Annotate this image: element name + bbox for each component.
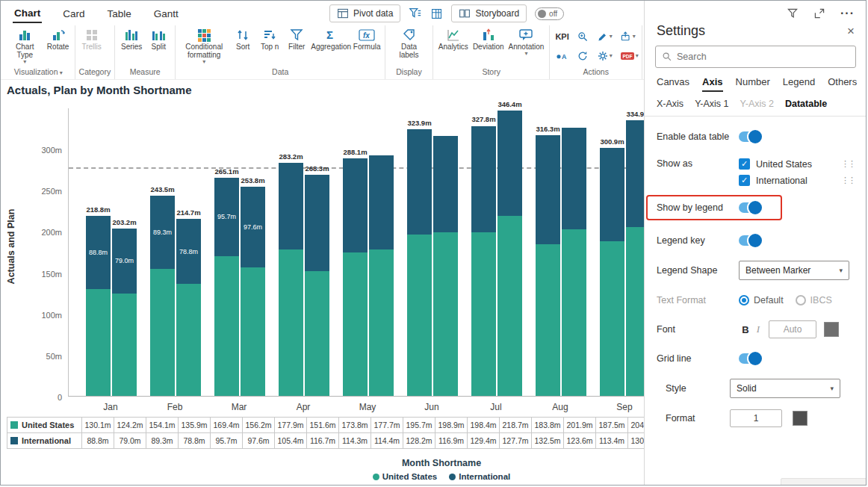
bar-aug-actuals-united-states[interactable] [536, 244, 560, 396]
checkbox-united-states[interactable] [739, 158, 750, 170]
subtab-x-axis[interactable]: X-Axis [657, 99, 683, 109]
bar-jul-actuals-international[interactable] [471, 126, 496, 233]
bold-button[interactable]: B [739, 324, 752, 335]
bar-sep-actuals-international[interactable] [600, 148, 624, 241]
text-format-default-radio[interactable] [739, 295, 749, 305]
checkbox-international[interactable] [739, 175, 750, 186]
bar-jun-actuals-united-states[interactable] [407, 235, 432, 396]
bar-mar-actuals-united-states[interactable] [214, 256, 239, 396]
subtab-datatable[interactable]: Datatable [785, 99, 827, 109]
legend-item-united-states[interactable]: United States [373, 472, 438, 481]
bar-jun-plan-international[interactable] [433, 136, 458, 232]
style-dropdown[interactable]: Solid ▾ [730, 379, 840, 398]
bar-jun-actuals-international[interactable] [407, 129, 432, 235]
bar-feb-actuals-united-states[interactable] [150, 269, 175, 396]
bar-sep-plan-united-states[interactable] [626, 227, 644, 396]
bar-feb-plan-united-states[interactable] [176, 284, 201, 396]
bar-apr-plan-united-states[interactable] [305, 271, 329, 396]
font-size-input[interactable]: Auto [769, 320, 816, 338]
bar-aug-actuals-international[interactable] [536, 135, 560, 244]
font-color-swatch[interactable] [824, 322, 839, 337]
bar-jun-plan-united-states[interactable] [433, 232, 458, 396]
storyboard-button[interactable]: Storyboard [451, 4, 527, 22]
ribbon-item-data-labels[interactable]: Data labels [389, 26, 429, 60]
ribbon-item-kpi[interactable]: KPI [554, 31, 570, 42]
bar-aug-plan-international[interactable] [562, 128, 586, 229]
bar-aug-plan-united-states[interactable] [562, 229, 586, 396]
ribbon-item-conditional-formatting[interactable]: Conditional formatting▾ [179, 26, 229, 66]
bar-apr-actuals-united-states[interactable] [279, 249, 303, 396]
menu-tab-table[interactable]: Table [106, 4, 133, 22]
ribbon-item-annotation[interactable]: Annotation▾ [507, 26, 546, 58]
ribbon-item-trellis[interactable]: Trellis [79, 26, 105, 52]
search-input[interactable] [677, 52, 849, 62]
tab-others[interactable]: Others [828, 76, 857, 92]
bar-may-plan-united-states[interactable] [369, 249, 394, 396]
bar-jul-actuals-united-states[interactable] [471, 232, 496, 396]
bar-may-actuals-united-states[interactable] [343, 252, 368, 396]
ribbon-item-rotate[interactable]: Rotate [46, 26, 71, 52]
ribbon-item-pdf[interactable]: PDF▾ [619, 48, 638, 65]
filter-icon[interactable] [787, 7, 799, 19]
close-icon[interactable]: × [847, 24, 855, 39]
grid-line-toggle[interactable] [739, 353, 761, 364]
ribbon-item-analytics[interactable]: Analytics [437, 26, 470, 52]
ribbon-item-formula[interactable]: fxFormula [353, 26, 381, 52]
bar-jul-plan-international[interactable] [497, 111, 522, 216]
ribbon-item-share[interactable]: ▾ [619, 28, 638, 46]
enable-data-table-toggle[interactable] [739, 131, 761, 142]
legend-item-international[interactable]: International [449, 472, 510, 481]
ribbon-item-deviation[interactable]: Deviation [471, 26, 506, 52]
bar-may-plan-international[interactable] [369, 155, 394, 249]
more-options-icon[interactable]: ··· [840, 7, 855, 20]
menu-tab-gantt[interactable]: Gantt [152, 4, 180, 22]
ribbon-item-aggregation[interactable]: ΣAggregation [311, 26, 351, 52]
tab-number[interactable]: Number [736, 76, 770, 92]
legend-key-toggle[interactable] [739, 235, 761, 246]
bar-apr-plan-international[interactable] [305, 175, 329, 271]
tab-axis[interactable]: Axis [702, 76, 722, 92]
legend-shape-dropdown[interactable]: Between Marker ▾ [739, 261, 849, 280]
menu-tab-chart[interactable]: Chart [13, 3, 42, 23]
bar-segment-label: 89.3m [153, 229, 172, 236]
tab-legend[interactable]: Legend [783, 76, 815, 92]
ribbon-item-brush[interactable]: ▾ [595, 28, 614, 46]
ribbon-item-filter[interactable]: Filter [284, 26, 309, 52]
bar-jul-plan-united-states[interactable] [497, 216, 522, 396]
subtab-y-axis-1[interactable]: Y-Axis 1 [695, 99, 728, 109]
ribbon-item-top-n[interactable]: Top n [257, 26, 282, 52]
ribbon-item-series[interactable]: Series [119, 26, 144, 52]
menu-tab-card[interactable]: Card [61, 4, 86, 22]
off-toggle[interactable]: off [535, 7, 564, 20]
format-input[interactable]: 1 [730, 409, 782, 427]
bar-mar-plan-united-states[interactable] [241, 267, 265, 396]
ribbon-item-chart-type[interactable]: Chart Type▾ [6, 26, 44, 66]
ribbon-item-eye-a[interactable]: A [554, 48, 570, 65]
reset-datatable-button[interactable]: Reset DataTable [781, 478, 867, 486]
drag-handle-icon[interactable]: ⋮⋮ [841, 176, 855, 185]
bar-may-actuals-international[interactable] [343, 158, 368, 252]
bar-sep-plan-international[interactable] [626, 120, 644, 228]
search-box[interactable] [655, 46, 856, 68]
filter-funnel-icon[interactable] [409, 7, 422, 20]
bar-sep-actuals-united-states[interactable] [600, 241, 624, 396]
text-format-ibcs-radio[interactable] [796, 295, 806, 305]
x-axis-tick-label: Mar [207, 402, 271, 412]
ribbon-item-sort[interactable]: Sort [230, 26, 255, 52]
grid-view-icon[interactable] [430, 7, 443, 20]
pivot-data-button[interactable]: Pivot data [329, 4, 400, 22]
bar-jan-plan-united-states[interactable] [112, 294, 137, 396]
ribbon-item-zoom[interactable] [575, 28, 591, 46]
expand-icon[interactable] [813, 7, 825, 19]
ribbon-item-refresh[interactable] [575, 48, 591, 65]
bar-apr-actuals-international[interactable] [279, 163, 303, 249]
format-color-swatch[interactable] [793, 411, 807, 426]
italic-button[interactable]: I [752, 323, 764, 335]
show-by-legend-toggle[interactable] [739, 202, 761, 213]
drag-handle-icon[interactable]: ⋮⋮ [841, 159, 855, 169]
search-icon [662, 52, 672, 62]
ribbon-item-split[interactable]: Split [146, 26, 171, 52]
ribbon-item-gear[interactable]: ▾ [595, 48, 614, 65]
tab-canvas[interactable]: Canvas [657, 76, 689, 92]
bar-jan-actuals-united-states[interactable] [86, 289, 111, 396]
